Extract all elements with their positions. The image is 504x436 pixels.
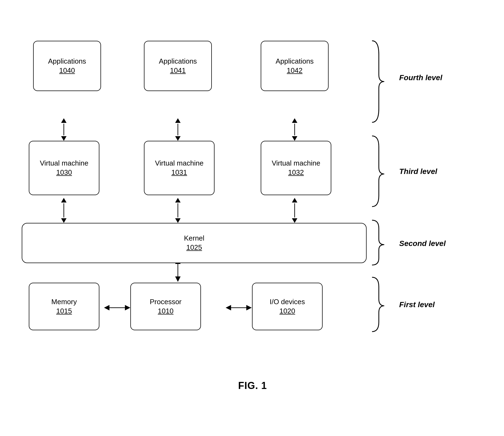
- arrow-up-app1042: [292, 118, 297, 123]
- kernel-1025-label: Kernel: [184, 234, 204, 243]
- app-1042-box: Applications 1042: [261, 41, 329, 91]
- arrow-up-app1041: [175, 118, 181, 123]
- io-1020-label: I/O devices: [270, 297, 305, 307]
- arrow-down-kernel2: [175, 218, 181, 223]
- arrow-right-processor-left: [125, 305, 130, 310]
- app-1040-label: Applications: [48, 57, 86, 66]
- vm-1030-number: 1030: [56, 168, 72, 177]
- memory-1015-box: Memory 1015: [29, 283, 99, 330]
- third-level-brace: [372, 136, 384, 207]
- app-1040-number: 1040: [59, 66, 75, 75]
- arrow-down-processor: [175, 276, 181, 282]
- kernel-1025-box: Kernel 1025: [22, 223, 367, 263]
- vm-1032-box: Virtual machine 1032: [261, 141, 331, 195]
- vm-1031-box: Virtual machine 1031: [144, 141, 215, 195]
- arrow-down-vm1032: [292, 136, 297, 141]
- vm-1032-number: 1032: [288, 168, 304, 177]
- memory-1015-number: 1015: [56, 307, 72, 316]
- arrow-right-io: [246, 305, 252, 310]
- second-level-label: Second level: [399, 239, 446, 248]
- second-level-brace: [372, 220, 384, 265]
- vm-1030-label: Virtual machine: [40, 159, 89, 168]
- arrow-left-memory: [104, 305, 109, 310]
- processor-1010-label: Processor: [150, 297, 181, 307]
- app-1042-number: 1042: [287, 66, 303, 75]
- processor-1010-box: Processor 1010: [130, 283, 201, 330]
- arrow-down-kernel3: [292, 218, 297, 223]
- app-1041-label: Applications: [159, 57, 197, 66]
- fourth-level-label: Fourth level: [399, 73, 442, 82]
- arrow-up-vm1031: [175, 198, 181, 203]
- io-1020-number: 1020: [279, 307, 295, 316]
- vm-1032-label: Virtual machine: [272, 159, 320, 168]
- fourth-level-brace: [372, 41, 384, 122]
- kernel-1025-number: 1025: [186, 243, 202, 252]
- first-level-brace: [372, 277, 384, 332]
- first-level-label: First level: [399, 300, 435, 309]
- app-1042-label: Applications: [276, 57, 314, 66]
- app-1040-box: Applications 1040: [33, 41, 101, 91]
- memory-1015-label: Memory: [51, 297, 77, 307]
- arrow-up-vm1030: [61, 198, 67, 203]
- arrow-up-vm1032: [292, 198, 297, 203]
- app-1041-box: Applications 1041: [144, 41, 212, 91]
- vm-1031-number: 1031: [171, 168, 187, 177]
- processor-1010-number: 1010: [158, 307, 174, 316]
- diagram: Applications 1040 Applications 1041 Appl…: [11, 22, 494, 408]
- arrow-left-processor-right: [226, 305, 231, 310]
- arrow-down-kernel1: [61, 218, 67, 223]
- fig-label: FIG. 1: [238, 380, 267, 391]
- arrow-up-app1040: [61, 118, 67, 123]
- arrow-down-vm1031: [175, 136, 181, 141]
- arrow-down-vm1030: [61, 136, 67, 141]
- vm-1030-box: Virtual machine 1030: [29, 141, 99, 195]
- vm-1031-label: Virtual machine: [155, 159, 204, 168]
- app-1041-number: 1041: [170, 66, 186, 75]
- io-1020-box: I/O devices 1020: [252, 283, 323, 330]
- third-level-label: Third level: [399, 167, 437, 176]
